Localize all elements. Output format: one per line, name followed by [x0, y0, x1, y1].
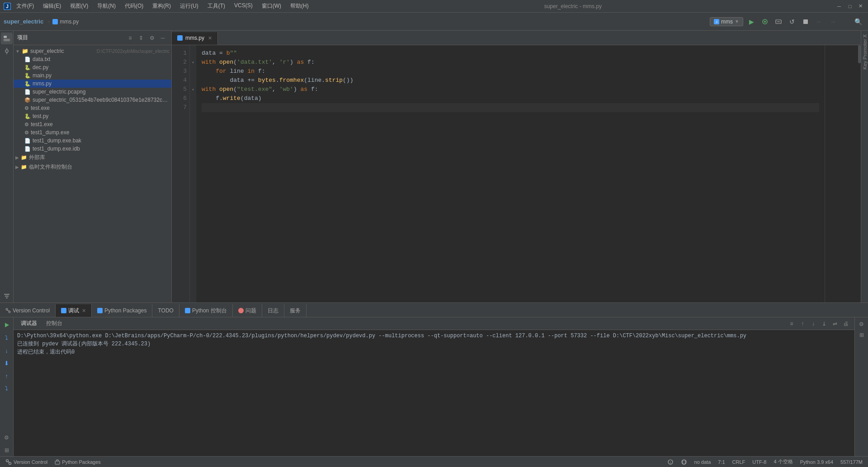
status-charset[interactable]: UTF-8 — [750, 459, 768, 465]
menu-nav[interactable]: 导航(N) — [95, 1, 118, 11]
debug-settings-button[interactable]: ⚙ — [1, 432, 13, 443]
tab-python-packages[interactable]: Python Packages — [92, 304, 152, 317]
debug-rerun-button[interactable] — [1, 319, 13, 331]
debug-tab-close[interactable]: ✕ — [82, 308, 86, 314]
tab-debug[interactable]: 调试 ✕ — [56, 304, 92, 317]
tab-version-control[interactable]: Version Control — [0, 304, 56, 317]
tree-item-test-exe[interactable]: ⚙ test.exe — [14, 104, 171, 112]
tab-todo[interactable]: TODO — [152, 304, 179, 317]
menu-code[interactable]: 代码(O) — [123, 1, 145, 11]
tree-item-temp-files[interactable]: ▶ 📁 临时文件和控制台 — [14, 162, 171, 172]
debug-print-button[interactable]: 🖨 — [841, 319, 851, 329]
menu-refactor[interactable]: 重构(R) — [151, 1, 173, 11]
tree-root[interactable]: ▼ 📁 super_electric D:\CTF\2022xyb\Misc\s… — [14, 47, 171, 55]
debug-output-line-1: D:\Python\39x64\python.exe D:\JetBrains/… — [17, 332, 851, 340]
editor-tabs: mms.py ✕ — [172, 31, 861, 45]
panel-close-button[interactable]: ─ — [158, 33, 168, 43]
tab-python-console[interactable]: Python 控制台 — [179, 304, 233, 317]
debug-subtab-console[interactable]: 控制台 — [42, 319, 66, 328]
maximize-button[interactable]: □ — [846, 3, 854, 10]
fold-btn-5[interactable]: ▾ — [191, 85, 195, 94]
status-python-packages[interactable]: Python Packages — [53, 457, 103, 467]
debug-scroll-up-button[interactable]: ↑ — [797, 319, 807, 329]
tree-label-zip: super_electric_05315e4b7eeb9c08410376e1e… — [33, 97, 170, 103]
tree-item-pcapng[interactable]: 📄 super_electric.pcapng — [14, 88, 171, 96]
expand-button[interactable]: ⇕ — [136, 33, 146, 43]
tree-item-test-py[interactable]: 🐍 test.py — [14, 112, 171, 120]
status-network[interactable] — [679, 459, 689, 465]
fold-btn-2[interactable]: ▾ — [191, 58, 195, 67]
menu-vcs[interactable]: VCS(S) — [232, 1, 255, 11]
tree-item-test1-exe[interactable]: ⚙ test1.exe — [14, 120, 171, 128]
status-line-ending[interactable]: CRLF — [731, 459, 747, 465]
debug-scroll-down-button[interactable]: ↓ — [808, 319, 818, 329]
close-button[interactable]: ✕ — [857, 3, 864, 10]
menu-run[interactable]: 运行(U) — [178, 1, 200, 11]
stop-button[interactable] — [799, 15, 812, 28]
tree-item-zip[interactable]: 📦 super_electric_05315e4b7eeb9c08410376e… — [14, 96, 171, 104]
debug-soft-wrap-button[interactable]: ⇌ — [830, 319, 840, 329]
debug-right-layout[interactable]: ⊞ — [857, 330, 867, 340]
status-version-control[interactable]: Version Control — [4, 457, 49, 467]
panel-settings-button[interactable]: ⚙ — [147, 33, 157, 43]
status-python-version[interactable]: Python 3.9 x64 — [798, 459, 835, 465]
debug-run-cursor[interactable]: ⤵ — [1, 382, 13, 394]
code-editor[interactable]: 1 2 3 4 5 6 7 ▾ ▾ data = b"" — [172, 45, 861, 302]
debug-step-out[interactable]: ↑ — [1, 370, 13, 382]
status-no-data[interactable]: no data — [693, 459, 713, 465]
tree-item-main-py[interactable]: 🐍 main.py — [14, 71, 171, 80]
tree-item-external-libs[interactable]: ▶ 📁 外部库 — [14, 153, 171, 162]
menu-file[interactable]: 文件(F) — [14, 1, 36, 11]
bottom-panel-tabs: Version Control 调试 ✕ Python Packages TOD… — [0, 303, 868, 317]
menu-window[interactable]: 窗口(W) — [260, 1, 283, 11]
tab-log[interactable]: 日志 — [262, 304, 284, 317]
file-icon-zip: 📦 — [24, 97, 31, 103]
status-memory[interactable]: 557/177M — [839, 459, 864, 465]
debug-subtab-debugger[interactable]: 调试器 — [17, 319, 41, 328]
run-configuration[interactable]: J mms ▼ — [710, 17, 743, 26]
tree-item-data-txt[interactable]: 📄 data.txt — [14, 55, 171, 63]
tab-services[interactable]: 服务 — [284, 304, 307, 317]
tree-item-test1-bak[interactable]: 📄 test1_dump.exe.bak — [14, 137, 171, 145]
status-no-data-label: no data — [694, 459, 711, 465]
tree-label-test-py: test.py — [33, 113, 170, 119]
run-button[interactable]: ▶ — [745, 15, 758, 28]
search-button[interactable]: 🔍 — [852, 15, 864, 28]
menu-edit[interactable]: 编辑(E) — [41, 1, 63, 11]
debug-step-into[interactable]: ↓ — [1, 344, 13, 356]
menu-tools[interactable]: 工具(T) — [206, 1, 227, 11]
refresh-button[interactable]: ↺ — [786, 15, 798, 28]
minimize-button[interactable]: ─ — [835, 3, 843, 10]
project-sidebar-icon[interactable] — [1, 33, 13, 44]
debug-output-line-2: 已连接到 pydev 调试器(内部版本号 222.4345.23) — [17, 340, 851, 348]
debug-scroll-end-button[interactable]: ⤓ — [819, 319, 829, 329]
editor-tab-mms-py[interactable]: mms.py ✕ — [172, 32, 218, 45]
debug-layout-button[interactable]: ⊞ — [1, 444, 13, 456]
commit-sidebar-icon[interactable] — [1, 45, 13, 57]
tree-item-dec-py[interactable]: 🐍 dec.py — [14, 63, 171, 71]
code-content[interactable]: data = b"" with open('data.txt', 'r') as… — [196, 45, 825, 302]
tab-problems[interactable]: 问题 — [233, 304, 262, 317]
coverage-button[interactable] — [772, 15, 785, 28]
collapse-all-button[interactable]: ≡ — [125, 33, 135, 43]
debug-filter-button[interactable]: ≡ — [787, 319, 797, 329]
tree-item-test1-idb[interactable]: 📄 test1_dump.exe.idb — [14, 145, 171, 153]
tree-label-data-txt: data.txt — [33, 56, 170, 62]
debug-step-over[interactable]: ⤵ — [1, 332, 13, 344]
status-indentation[interactable]: 4 个空格 — [772, 458, 794, 465]
debug-button[interactable] — [759, 15, 771, 28]
key-promoter-label[interactable]: Key Promoter X — [861, 31, 868, 73]
debug-force-step[interactable]: ⬇ — [1, 357, 13, 369]
tab-python-packages-label: Python Packages — [104, 307, 146, 314]
tree-item-mms-py[interactable]: 🐍 mms.py — [14, 80, 171, 88]
menu-bar[interactable]: 文件(F) 编辑(E) 视图(V) 导航(N) 代码(O) 重构(R) 运行(U… — [14, 1, 311, 11]
menu-view[interactable]: 视图(V) — [68, 1, 90, 11]
tab-close-button[interactable]: ✕ — [208, 35, 212, 41]
tree-item-test1-dump[interactable]: ⚙ test1_dump.exe — [14, 128, 171, 137]
debug-right-settings[interactable]: ⚙ — [857, 319, 867, 329]
menu-help[interactable]: 帮助(H) — [288, 1, 311, 11]
status-position[interactable]: 7:1 — [716, 459, 726, 465]
status-notifications[interactable]: ! — [665, 459, 675, 465]
file-icon-pcapng: 📄 — [24, 89, 31, 95]
structure-sidebar-icon[interactable] — [1, 291, 13, 302]
